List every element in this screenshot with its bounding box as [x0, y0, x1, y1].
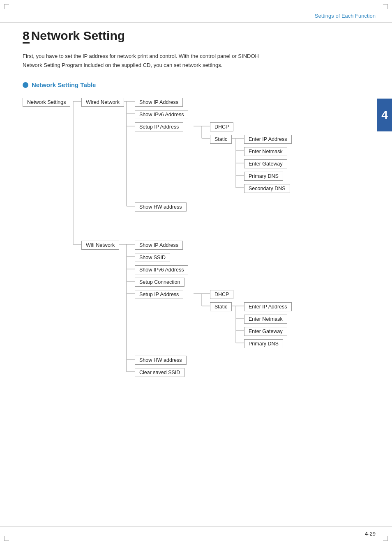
node-enter-netmask-wifi: Enter Netmask [244, 315, 287, 324]
section-header: 8Network Setting [23, 29, 369, 44]
node-setup-connection-wifi: Setup Connection [135, 278, 184, 287]
node-primary-dns-wifi: Primary DNS [244, 339, 283, 348]
page-header: Settings of Each Function [0, 0, 392, 23]
sub-heading-text: Network Setting Table [32, 81, 96, 88]
node-show-ipv6-wired: Show IPv6 Address [135, 110, 188, 119]
node-show-ipv6-wifi: Show IPv6 Address [135, 265, 188, 274]
node-secondary-dns-wired: Secondary DNS [244, 184, 290, 193]
node-primary-dns-wired: Primary DNS [244, 172, 283, 181]
node-wifi-network: Wifi Network [81, 241, 119, 250]
page-number: 4-29 [365, 530, 376, 537]
section-number: 8 [23, 30, 30, 44]
node-network-settings: Network Settings [23, 98, 70, 107]
node-show-ip-wired: Show IP Address [135, 98, 183, 107]
node-static-wired: Static [210, 135, 232, 144]
intro-paragraph: First, you have to set the IP address fo… [23, 52, 369, 70]
header-title: Settings of Each Function [315, 13, 376, 19]
node-enter-ip-wired: Enter IP Address [244, 135, 292, 144]
node-dhcp-wired: DHCP [210, 122, 233, 131]
tree-diagram: Network Settings Wired Network Show IP A… [23, 97, 335, 388]
node-enter-gateway-wired: Enter Gateway [244, 159, 287, 168]
node-show-ip-wifi: Show IP Address [135, 241, 183, 250]
node-wired-network: Wired Network [81, 98, 124, 107]
node-clear-ssid-wifi: Clear saved SSID [135, 368, 184, 377]
sub-heading-dot [23, 82, 28, 88]
node-dhcp-wifi: DHCP [210, 290, 233, 299]
node-static-wifi: Static [210, 302, 232, 311]
section-title: Network Setting [31, 29, 125, 42]
node-show-hw-wired: Show HW address [135, 202, 187, 212]
node-show-ssid-wifi: Show SSID [135, 253, 170, 262]
chapter-tab: 4 [377, 99, 392, 131]
node-show-hw-wifi: Show HW address [135, 356, 187, 365]
sub-heading: Network Setting Table [23, 81, 369, 88]
node-enter-netmask-wired: Enter Netmask [244, 147, 287, 156]
chapter-number: 4 [381, 108, 388, 122]
page-footer: 4-29 [0, 526, 392, 537]
tree-nodes: Network Settings Wired Network Show IP A… [23, 97, 335, 388]
node-setup-ip-wired: Setup IP Address [135, 122, 183, 131]
node-enter-gateway-wifi: Enter Gateway [244, 327, 287, 336]
main-content: 8Network Setting First, you have to set … [23, 29, 369, 388]
node-setup-ip-wifi: Setup IP Address [135, 290, 183, 299]
node-enter-ip-wifi: Enter IP Address [244, 302, 292, 311]
